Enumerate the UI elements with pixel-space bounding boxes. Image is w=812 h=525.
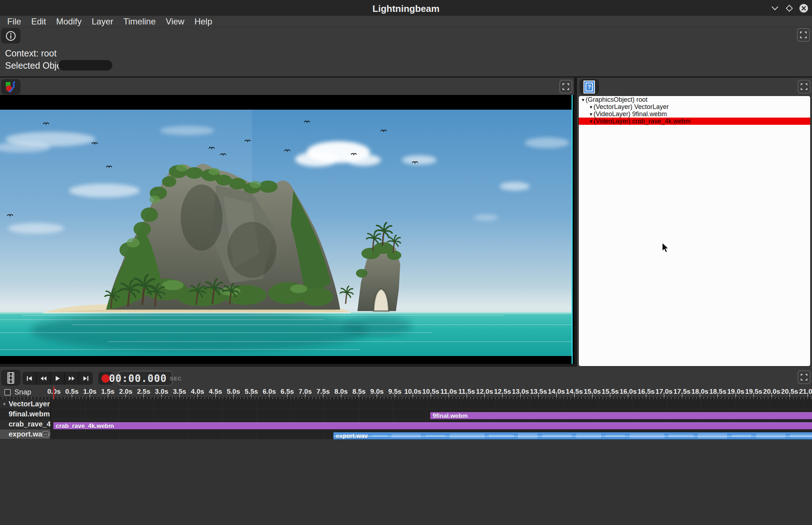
tree-row--vectorlayer-vectorlayer[interactable]: ▼(VectorLayer) VectorLayer (579, 103, 810, 110)
app-window: Lightningbeam FileEditModifyLayerTimelin… (0, 0, 812, 525)
track-name: crab_rave_4k.webm (9, 420, 50, 428)
rewind-icon (40, 375, 47, 382)
ruler-major-tick (197, 394, 198, 397)
layer-tree-tab[interactable]: ? (579, 79, 599, 95)
ruler-major-tick (592, 394, 593, 397)
time-value: 00:00.000 (109, 373, 167, 384)
timeline-expand-button[interactable] (798, 370, 811, 384)
record-icon (102, 374, 110, 383)
skip-end-button[interactable] (79, 372, 93, 385)
clip-label: crab_rave_4k.webm (56, 423, 114, 429)
timeline-tab[interactable] (1, 370, 21, 386)
track-name: 9final.webm (9, 410, 50, 418)
waveform-segment (669, 434, 694, 438)
chevron-down-icon (771, 6, 779, 11)
track-lane-vectorlayer[interactable] (51, 399, 812, 409)
skip-start-button[interactable] (23, 372, 37, 385)
ruler-major-tick (287, 394, 288, 397)
playhead[interactable] (53, 386, 54, 399)
play-button[interactable] (51, 372, 65, 385)
expand-icon (800, 83, 808, 90)
waveform-segment (732, 434, 752, 437)
fast-forward-button[interactable] (65, 372, 79, 385)
layer-tree-expand-button[interactable] (798, 80, 811, 93)
ruler-major-tick (90, 394, 90, 397)
tree-row--videolayer-crab-rave-4k-webm[interactable]: ▼(VideoLayer) crab_rave_4k.webm (579, 118, 810, 125)
clip-9final-webm[interactable]: 9final.webm (430, 412, 812, 419)
video-frame-island (0, 110, 573, 356)
menu-bar: FileEditModifyLayerTimelineViewHelp (0, 16, 812, 27)
ruler-major-tick (735, 394, 736, 397)
snap-checkbox[interactable] (4, 389, 11, 396)
fast-forward-icon (68, 375, 75, 382)
clip-crab-rave-4k-webm[interactable]: crab_rave_4k.webm (53, 422, 812, 429)
minimize-button[interactable] (770, 3, 780, 14)
track-label-9final-webm[interactable]: 9final.webm[S] (0, 409, 50, 419)
track-mute-checkbox[interactable] (42, 431, 49, 437)
track-label-vectorlayer[interactable]: ▼VectorLayer[L] (0, 399, 50, 409)
track-expander-icon[interactable]: ▼ (2, 402, 6, 407)
track-lanes[interactable]: 9final.webmcrab_rave_4k.webmexport.wav (50, 399, 812, 439)
skip-start-icon (26, 375, 33, 382)
stage-selection-outline (572, 95, 573, 364)
info-tab[interactable] (1, 28, 21, 44)
menu-item-edit[interactable]: Edit (26, 16, 51, 27)
ruler-major-tick (412, 394, 413, 397)
clip-label: export.wav (336, 433, 368, 439)
tree-expander-icon[interactable]: ▼ (589, 119, 593, 124)
time-display: 00:00.000 SEC (118, 371, 173, 386)
ruler-major-tick (448, 394, 449, 397)
close-button[interactable] (798, 3, 809, 14)
info-icon (5, 30, 17, 42)
clip-export-wav[interactable]: export.wav (333, 432, 812, 439)
menu-item-layer[interactable]: Layer (87, 16, 118, 27)
menu-item-file[interactable]: File (2, 16, 26, 27)
ruler-major-tick (341, 394, 342, 397)
stage-expand-button[interactable] (559, 80, 572, 93)
svg-text:?: ? (587, 84, 591, 90)
ruler-major-tick (789, 394, 790, 397)
selected-object-input[interactable] (58, 60, 112, 70)
expand-icon (800, 31, 807, 38)
expand-icon (562, 83, 569, 90)
panel-divider (0, 364, 577, 367)
tree-row-label: (GraphicsObject) root (586, 96, 648, 103)
stage-canvas[interactable] (0, 95, 574, 364)
menu-item-modify[interactable]: Modify (51, 16, 87, 27)
menu-item-timeline[interactable]: Timeline (118, 16, 161, 27)
skip-end-icon (82, 375, 89, 382)
ruler-major-tick (466, 394, 467, 397)
track-label-export-wav[interactable]: export.wav[A] (0, 429, 50, 439)
timeline-ruler[interactable]: Snap 0.0s0.5s1.0s1.5s2.0s2.5s3.0s3.5s4.0… (0, 387, 812, 397)
film-strip-icon (6, 372, 15, 384)
maximize-button[interactable] (784, 3, 795, 14)
menu-item-help[interactable]: Help (189, 16, 217, 27)
waveform-segment (450, 434, 484, 438)
ruler-major-tick (143, 394, 144, 397)
snap-label: Snap (14, 388, 31, 396)
tree-row--graphicsobject-root[interactable]: ▼(GraphicsObject) root (579, 96, 810, 103)
tree-expander-icon[interactable]: ▼ (589, 105, 593, 110)
tree-expander-icon[interactable]: ▼ (581, 97, 585, 102)
ruler-major-tick (394, 394, 395, 397)
rewind-button[interactable] (37, 372, 51, 385)
info-panel-expand-button[interactable] (797, 28, 810, 42)
stage-tab-bar (0, 78, 574, 95)
tree-expander-icon[interactable]: ▼ (589, 112, 593, 117)
waveform-segment (698, 433, 727, 438)
ruler-major-tick (682, 394, 682, 397)
waveform-segment (790, 434, 812, 438)
ruler-major-tick (556, 394, 557, 397)
ruler-major-tick (502, 394, 503, 397)
track-label-crab-rave-4k-webm[interactable]: crab_rave_4k.webm[S] (0, 419, 50, 429)
info-panel: Context: root Selected Object (0, 27, 812, 76)
waveform-segment (489, 434, 514, 437)
ruler-major-tick (628, 394, 628, 397)
waveform-segment (373, 435, 387, 437)
close-icon (799, 4, 808, 13)
layer-tree: ▼(GraphicsObject) root▼(VectorLayer) Vec… (578, 96, 811, 366)
menu-item-view[interactable]: View (161, 16, 190, 27)
stage-tab[interactable] (1, 79, 21, 95)
tree-row--videolayer-9final-webm[interactable]: ▼(VideoLayer) 9final.webm (579, 110, 810, 118)
waveform-segment (606, 435, 625, 437)
